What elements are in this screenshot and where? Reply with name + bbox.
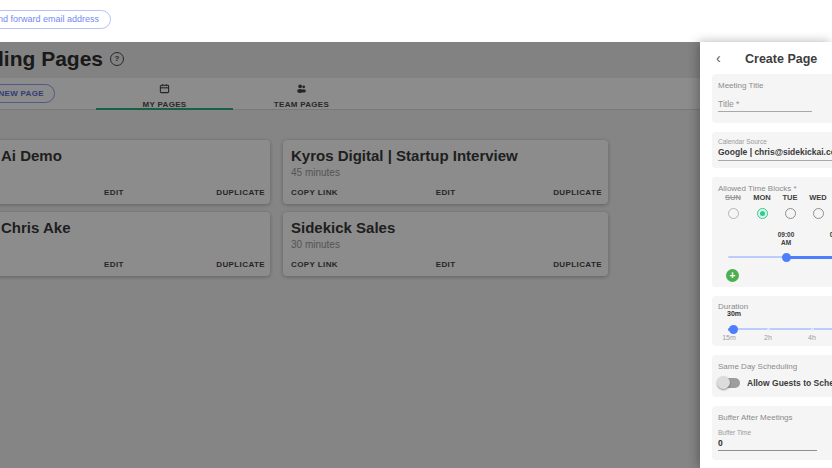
day-label: MON	[753, 193, 771, 202]
same-day-toggle-label: Allow Guests to Schedule on	[747, 378, 832, 388]
same-day-toggle[interactable]	[718, 378, 740, 388]
buffer-time-label: Buffer Time	[718, 429, 832, 436]
calendar-source-label: Calendar Source	[718, 138, 832, 145]
day-label: WED	[809, 193, 827, 202]
same-day-label: Same Day Scheduling	[718, 362, 832, 371]
buffer-label: Buffer After Meetings	[718, 413, 832, 422]
drawer-title: Create Page	[745, 52, 817, 66]
buffer-after-meetings-section: Buffer After Meetings Buffer Time	[712, 406, 832, 460]
end-time-value: 05:00 PM	[820, 231, 832, 246]
duration-tick-label: 15m	[717, 334, 741, 341]
calendar-source-section: Calendar Source Google | chris@sidekicka…	[712, 132, 832, 168]
same-day-scheduling-section: Same Day Scheduling Allow Guests to Sche…	[712, 355, 832, 397]
duration-tick-label: 2h	[756, 334, 780, 341]
back-icon[interactable]: ‹	[716, 51, 721, 65]
duration-value: 30m	[722, 310, 746, 317]
meeting-title-section: Meeting Title	[712, 74, 832, 123]
duration-slider[interactable]	[728, 328, 832, 330]
forward-email-button[interactable]: nd forward email address	[0, 10, 111, 29]
time-range-slider[interactable]	[728, 256, 832, 258]
drawer-header: ‹ Create Page	[700, 42, 832, 74]
duration-tick-label: 4h	[800, 334, 824, 341]
duration-slider-thumb[interactable]	[729, 325, 738, 334]
day-label: TUE	[783, 193, 798, 202]
time-range-fill	[786, 256, 832, 259]
day-radio-tue[interactable]	[785, 208, 796, 219]
topbar: nd forward email address	[0, 0, 832, 42]
day-radio-mon[interactable]	[757, 208, 768, 219]
day-column-mon: MON	[748, 193, 776, 219]
add-time-block-button[interactable]: +	[726, 269, 739, 282]
allowed-time-blocks-section: Allowed Time Blocks * SUN MON TUE WED 09…	[712, 177, 832, 287]
day-column-wed: WED	[804, 193, 832, 219]
day-radio-wed[interactable]	[813, 208, 824, 219]
buffer-time-input[interactable]	[718, 438, 817, 451]
duration-section: Duration 30m 15m 2h 4h	[712, 296, 832, 346]
time-slider-thumb[interactable]	[782, 253, 791, 262]
start-time-value: 09:00 AM	[768, 231, 804, 246]
calendar-source-select[interactable]: Google | chris@sidekickai.com	[718, 147, 832, 161]
time-blocks-label: Allowed Time Blocks *	[718, 184, 832, 193]
day-radio-sun[interactable]	[728, 208, 739, 219]
meeting-title-label: Meeting Title	[718, 81, 832, 90]
create-page-drawer: ‹ Create Page Meeting Title Calendar Sou…	[700, 42, 832, 468]
day-column-sun: SUN	[719, 193, 747, 219]
day-label: SUN	[725, 193, 741, 202]
slider-tick	[811, 328, 814, 331]
day-column-tue: TUE	[776, 193, 804, 219]
slider-tick	[767, 328, 770, 331]
title-input[interactable]	[718, 99, 812, 112]
